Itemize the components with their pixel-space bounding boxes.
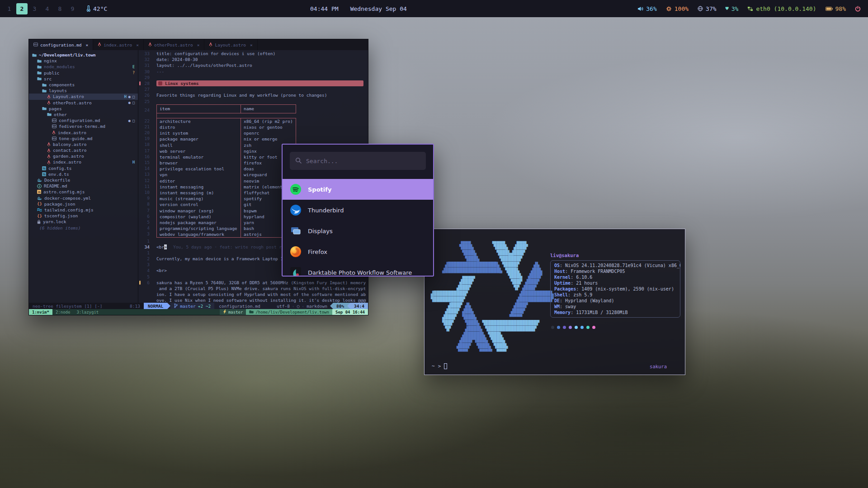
file-tree[interactable]: ~/Development/liv.townnginxnode_modulesE… bbox=[29, 50, 138, 303]
gitsign-pink bbox=[139, 81, 141, 85]
tree-item[interactable]: otherPost.astro●□ bbox=[29, 100, 138, 106]
tree-item-label: components bbox=[49, 82, 75, 87]
tree-item[interactable]: docker-compose.yml bbox=[29, 195, 138, 201]
app-label: Displays bbox=[308, 228, 333, 235]
tree-item[interactable]: balcony.astro bbox=[29, 141, 138, 147]
tab-configuration.md[interactable]: configuration.md× bbox=[29, 39, 93, 50]
tree-item[interactable]: components bbox=[29, 82, 138, 88]
app-launcher[interactable]: SpotifyThunderbirdDisplaysFirefoxDarktab… bbox=[282, 144, 434, 277]
tree-item[interactable]: TSconfig.ts bbox=[29, 165, 138, 171]
editor-text: ove. I use Nix when I need software with… bbox=[154, 298, 366, 303]
search-input[interactable] bbox=[306, 158, 420, 164]
close-icon[interactable]: × bbox=[250, 42, 253, 47]
tree-item[interactable]: {}package.json bbox=[29, 201, 138, 207]
tree-item[interactable]: layouts bbox=[29, 88, 138, 94]
app-item-thunderbird[interactable]: Thunderbird bbox=[283, 200, 433, 221]
astro-icon bbox=[47, 142, 51, 146]
tree-item[interactable]: Layout.astroH●□ bbox=[29, 94, 138, 99]
table-cell-item: instant messaging (m) bbox=[157, 190, 241, 196]
tree-item[interactable]: contact.astro bbox=[29, 147, 138, 153]
tree-item[interactable]: pages bbox=[29, 106, 138, 112]
editor-blank-line: 25 bbox=[138, 99, 368, 104]
tmux-window-2:node[interactable]: 2:node bbox=[52, 309, 74, 315]
tree-item[interactable]: configuration.md●□ bbox=[29, 117, 138, 123]
editor-blank-line: 27 bbox=[138, 86, 368, 92]
tab-Layout.astro[interactable]: Layout.astro× bbox=[204, 39, 257, 50]
tree-item[interactable]: (6 hidden items) bbox=[29, 225, 138, 230]
tree-item[interactable]: index.astroH bbox=[29, 159, 138, 165]
workspace-3[interactable]: 3 bbox=[29, 3, 40, 14]
table-cell-name: openrc bbox=[241, 130, 296, 136]
workspace-1[interactable]: 1 bbox=[4, 3, 15, 14]
tree-item[interactable]: Dockerfile bbox=[29, 177, 138, 183]
workspace-2[interactable]: 2 bbox=[16, 3, 28, 14]
tree-item[interactable]: other bbox=[29, 112, 138, 117]
astro-icon bbox=[47, 100, 51, 105]
tree-item[interactable]: JSastro.config.mjs bbox=[29, 189, 138, 195]
bolt-icon bbox=[223, 310, 226, 315]
workspace-8[interactable]: 8 bbox=[54, 3, 66, 14]
tree-item[interactable]: garden.astro bbox=[29, 153, 138, 159]
close-icon[interactable]: × bbox=[197, 42, 200, 47]
tree-item[interactable]: node_modulesE bbox=[29, 64, 138, 70]
module-volume[interactable]: 36% bbox=[637, 5, 656, 12]
editor-text: title: configuration for devices i use (… bbox=[154, 51, 275, 56]
table-cell-name: nixos or gentoo bbox=[241, 124, 296, 130]
tree-item[interactable]: tailwind.config.mjs bbox=[29, 207, 138, 213]
tree-item[interactable]: src bbox=[29, 76, 138, 82]
tree-item-label: index.astro bbox=[53, 160, 81, 164]
line-number: 26 bbox=[138, 93, 154, 98]
tab-index.astro[interactable]: index.astro× bbox=[93, 39, 144, 50]
table-cell-item: init system bbox=[157, 130, 241, 136]
tree-item[interactable]: nginx bbox=[29, 58, 138, 64]
workspace-4[interactable]: 4 bbox=[42, 3, 53, 14]
close-icon[interactable]: × bbox=[136, 42, 139, 47]
tmux-window-3:lazygit[interactable]: 3:lazygit bbox=[73, 309, 102, 315]
table-cell-item: architecture bbox=[157, 118, 241, 124]
tree-item-label: README.md bbox=[44, 183, 67, 188]
tree-item-label: garden.astro bbox=[53, 154, 84, 159]
astro-icon bbox=[47, 148, 51, 153]
app-label: Thunderbird bbox=[308, 207, 344, 214]
line-number: 2 bbox=[138, 256, 154, 261]
app-item-firefox[interactable]: Firefox bbox=[283, 241, 433, 262]
module-battery[interactable]: 98% bbox=[826, 5, 846, 12]
network-icon bbox=[747, 6, 753, 11]
cursor bbox=[444, 363, 447, 369]
app-item-spotify[interactable]: Spotify bbox=[283, 179, 433, 200]
fetch-info-line: WM: sway bbox=[554, 304, 676, 310]
search-box[interactable] bbox=[290, 152, 426, 170]
module-value: 36% bbox=[646, 5, 656, 12]
terminal-window[interactable]: ▗▄▄▄ ▗▄▄▄▄ ▄▄▄▖ ▜███▙ ▜███▙ ▟███▛ ▜███▙ … bbox=[424, 229, 685, 375]
module-disk[interactable]: 37% bbox=[698, 5, 716, 12]
tree-item[interactable]: index.astro bbox=[29, 129, 138, 135]
tree-item[interactable]: {}tsconfig.json bbox=[29, 213, 138, 219]
workspace-switcher: 123489 bbox=[4, 3, 78, 14]
module-load[interactable]: ♥3% bbox=[726, 5, 739, 12]
workspace-9[interactable]: 9 bbox=[67, 3, 78, 14]
tree-item[interactable]: ~/Development/liv.town bbox=[29, 52, 138, 58]
tree-item-label: other bbox=[54, 112, 67, 117]
tree-item[interactable]: README.md bbox=[29, 183, 138, 189]
heading-text: Linux systems bbox=[165, 81, 198, 86]
module-power[interactable] bbox=[855, 6, 861, 12]
tree-item[interactable]: TSenv.d.ts bbox=[29, 171, 138, 177]
app-item-darktable[interactable]: Darktable Photo Workflow Software bbox=[283, 262, 433, 277]
fetch-label: Host bbox=[554, 269, 565, 274]
tree-item[interactable]: fediverse-terms.md bbox=[29, 123, 138, 129]
tree-item[interactable]: public? bbox=[29, 70, 138, 76]
tree-item[interactable]: tone-guide.md bbox=[29, 136, 138, 141]
tree-item[interactable]: yarn.lock bbox=[29, 219, 138, 225]
app-item-displays[interactable]: Displays bbox=[283, 221, 433, 241]
fetch-label: Shell bbox=[554, 292, 568, 297]
folder-icon bbox=[47, 113, 52, 116]
close-icon[interactable]: × bbox=[86, 42, 89, 47]
table-cell-item: editor bbox=[157, 178, 241, 184]
tab-otherPost.astro[interactable]: otherPost.astro× bbox=[144, 39, 205, 50]
module-brightness[interactable]: 100% bbox=[666, 5, 689, 12]
tmux-window-1:nvim*[interactable]: 1:nvim* bbox=[29, 309, 52, 315]
shell-prompt[interactable]: ~ > bbox=[432, 363, 447, 369]
tree-item-label: src bbox=[44, 76, 52, 81]
module-network[interactable]: eth0 (10.0.0.140) bbox=[747, 5, 816, 12]
fetch-info-line: Host: Framework FRANMDCP05 bbox=[554, 268, 676, 274]
